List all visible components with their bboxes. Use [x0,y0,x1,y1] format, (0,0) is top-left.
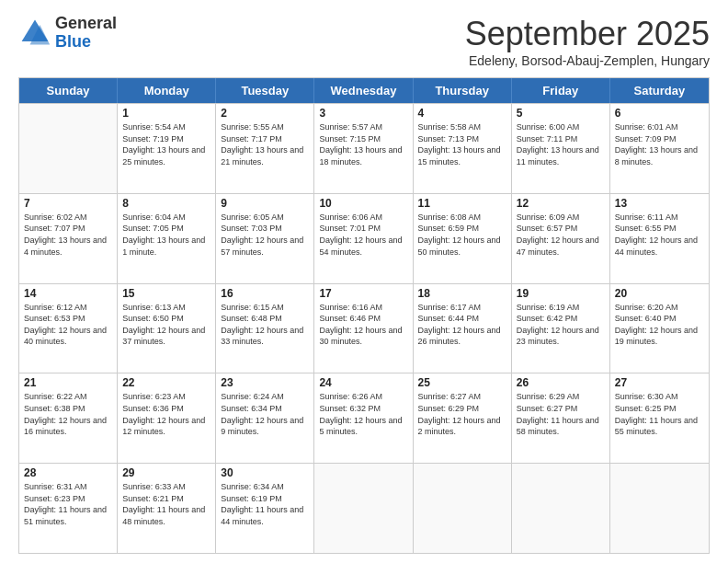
calendar-cell: 23Sunrise: 6:24 AMSunset: 6:34 PMDayligh… [216,373,314,463]
calendar-cell: 27Sunrise: 6:30 AMSunset: 6:25 PMDayligh… [610,373,709,463]
day-number: 5 [517,107,605,120]
calendar-cell: 1Sunrise: 5:54 AMSunset: 7:19 PMDaylight… [118,104,216,193]
day-number: 24 [319,376,407,389]
calendar-header-cell: Wednesday [314,78,413,103]
day-info: Sunrise: 6:29 AMSunset: 6:27 PMDaylight:… [517,391,605,437]
day-info: Sunrise: 6:34 AMSunset: 6:19 PMDaylight:… [221,481,309,527]
logo-text: General Blue [55,15,117,52]
day-info: Sunrise: 6:30 AMSunset: 6:25 PMDaylight:… [615,391,704,437]
day-number: 6 [615,107,704,120]
logo-blue-text: Blue [55,33,117,52]
day-number: 14 [24,287,112,300]
header: General Blue September 2025 Edeleny, Bor… [18,15,710,68]
calendar-cell: 4Sunrise: 5:58 AMSunset: 7:13 PMDaylight… [414,104,512,193]
day-info: Sunrise: 6:12 AMSunset: 6:53 PMDaylight:… [24,302,112,348]
day-info: Sunrise: 6:26 AMSunset: 6:32 PMDaylight:… [319,391,407,437]
calendar-cell: 6Sunrise: 6:01 AMSunset: 7:09 PMDaylight… [610,104,709,193]
calendar-cell: 17Sunrise: 6:16 AMSunset: 6:46 PMDayligh… [314,284,413,373]
day-info: Sunrise: 6:20 AMSunset: 6:40 PMDaylight:… [615,302,704,348]
calendar-header-cell: Sunday [19,78,118,103]
calendar-row: 28Sunrise: 6:31 AMSunset: 6:23 PMDayligh… [19,463,709,553]
day-info: Sunrise: 6:19 AMSunset: 6:42 PMDaylight:… [517,302,605,348]
day-info: Sunrise: 6:04 AMSunset: 7:05 PMDaylight:… [122,212,210,258]
day-info: Sunrise: 6:06 AMSunset: 7:01 PMDaylight:… [319,212,407,258]
day-info: Sunrise: 6:23 AMSunset: 6:36 PMDaylight:… [122,391,210,437]
calendar-cell: 21Sunrise: 6:22 AMSunset: 6:38 PMDayligh… [19,373,118,463]
calendar-cell: 24Sunrise: 6:26 AMSunset: 6:32 PMDayligh… [314,373,413,463]
calendar-body: 1Sunrise: 5:54 AMSunset: 7:19 PMDaylight… [19,103,709,553]
calendar-header-cell: Tuesday [216,78,314,103]
day-number: 29 [122,466,210,479]
calendar-cell [414,464,512,553]
calendar-cell: 20Sunrise: 6:20 AMSunset: 6:40 PMDayligh… [610,284,709,373]
day-info: Sunrise: 6:33 AMSunset: 6:21 PMDaylight:… [122,481,210,527]
day-info: Sunrise: 6:22 AMSunset: 6:38 PMDaylight:… [24,391,112,437]
calendar-cell: 26Sunrise: 6:29 AMSunset: 6:27 PMDayligh… [512,373,610,463]
day-number: 20 [615,287,704,300]
day-info: Sunrise: 6:08 AMSunset: 6:59 PMDaylight:… [418,212,506,258]
day-number: 4 [418,107,506,120]
calendar-cell [314,464,413,553]
logo-general-text: General [55,15,117,33]
logo-icon [18,17,51,50]
day-info: Sunrise: 5:55 AMSunset: 7:17 PMDaylight:… [221,121,309,167]
day-number: 3 [319,107,407,120]
day-number: 10 [319,197,407,210]
day-number: 11 [418,197,506,210]
calendar: SundayMondayTuesdayWednesdayThursdayFrid… [18,77,710,554]
page: General Blue September 2025 Edeleny, Bor… [0,0,728,563]
day-number: 27 [615,376,704,389]
calendar-cell: 7Sunrise: 6:02 AMSunset: 7:07 PMDaylight… [19,194,118,283]
calendar-cell: 28Sunrise: 6:31 AMSunset: 6:23 PMDayligh… [19,464,118,553]
day-number: 7 [24,197,112,210]
calendar-header-cell: Monday [118,78,216,103]
day-number: 19 [517,287,605,300]
day-number: 21 [24,376,112,389]
calendar-cell: 16Sunrise: 6:15 AMSunset: 6:48 PMDayligh… [216,284,314,373]
day-number: 13 [615,197,704,210]
calendar-cell: 3Sunrise: 5:57 AMSunset: 7:15 PMDaylight… [314,104,413,193]
calendar-cell: 8Sunrise: 6:04 AMSunset: 7:05 PMDaylight… [118,194,216,283]
calendar-header-cell: Saturday [610,78,709,103]
day-info: Sunrise: 5:54 AMSunset: 7:19 PMDaylight:… [122,121,210,167]
calendar-cell: 12Sunrise: 6:09 AMSunset: 6:57 PMDayligh… [512,194,610,283]
calendar-cell: 5Sunrise: 6:00 AMSunset: 7:11 PMDaylight… [512,104,610,193]
day-number: 22 [122,376,210,389]
day-number: 9 [221,197,309,210]
day-number: 28 [24,466,112,479]
day-number: 25 [418,376,506,389]
day-info: Sunrise: 6:09 AMSunset: 6:57 PMDaylight:… [517,212,605,258]
day-info: Sunrise: 6:02 AMSunset: 7:07 PMDaylight:… [24,212,112,258]
calendar-row: 1Sunrise: 5:54 AMSunset: 7:19 PMDaylight… [19,103,709,193]
day-info: Sunrise: 6:05 AMSunset: 7:03 PMDaylight:… [221,212,309,258]
day-number: 30 [221,466,309,479]
day-info: Sunrise: 5:58 AMSunset: 7:13 PMDaylight:… [418,121,506,167]
day-info: Sunrise: 6:15 AMSunset: 6:48 PMDaylight:… [221,302,309,348]
day-number: 17 [319,287,407,300]
calendar-header-cell: Friday [512,78,610,103]
day-info: Sunrise: 6:11 AMSunset: 6:55 PMDaylight:… [615,212,704,258]
day-info: Sunrise: 6:17 AMSunset: 6:44 PMDaylight:… [418,302,506,348]
day-number: 2 [221,107,309,120]
day-number: 26 [517,376,605,389]
month-title: September 2025 [465,15,710,53]
calendar-cell: 10Sunrise: 6:06 AMSunset: 7:01 PMDayligh… [314,194,413,283]
day-info: Sunrise: 5:57 AMSunset: 7:15 PMDaylight:… [319,121,407,167]
calendar-cell: 19Sunrise: 6:19 AMSunset: 6:42 PMDayligh… [512,284,610,373]
day-number: 1 [122,107,210,120]
day-number: 15 [122,287,210,300]
calendar-row: 21Sunrise: 6:22 AMSunset: 6:38 PMDayligh… [19,373,709,463]
day-info: Sunrise: 6:27 AMSunset: 6:29 PMDaylight:… [418,391,506,437]
calendar-cell [512,464,610,553]
title-block: September 2025 Edeleny, Borsod-Abauj-Zem… [465,15,710,68]
calendar-cell [610,464,709,553]
calendar-cell: 9Sunrise: 6:05 AMSunset: 7:03 PMDaylight… [216,194,314,283]
day-number: 12 [517,197,605,210]
calendar-cell: 25Sunrise: 6:27 AMSunset: 6:29 PMDayligh… [414,373,512,463]
calendar-cell: 15Sunrise: 6:13 AMSunset: 6:50 PMDayligh… [118,284,216,373]
calendar-header-cell: Thursday [414,78,512,103]
day-info: Sunrise: 6:24 AMSunset: 6:34 PMDaylight:… [221,391,309,437]
calendar-header-row: SundayMondayTuesdayWednesdayThursdayFrid… [19,78,709,103]
day-number: 23 [221,376,309,389]
day-info: Sunrise: 6:13 AMSunset: 6:50 PMDaylight:… [122,302,210,348]
